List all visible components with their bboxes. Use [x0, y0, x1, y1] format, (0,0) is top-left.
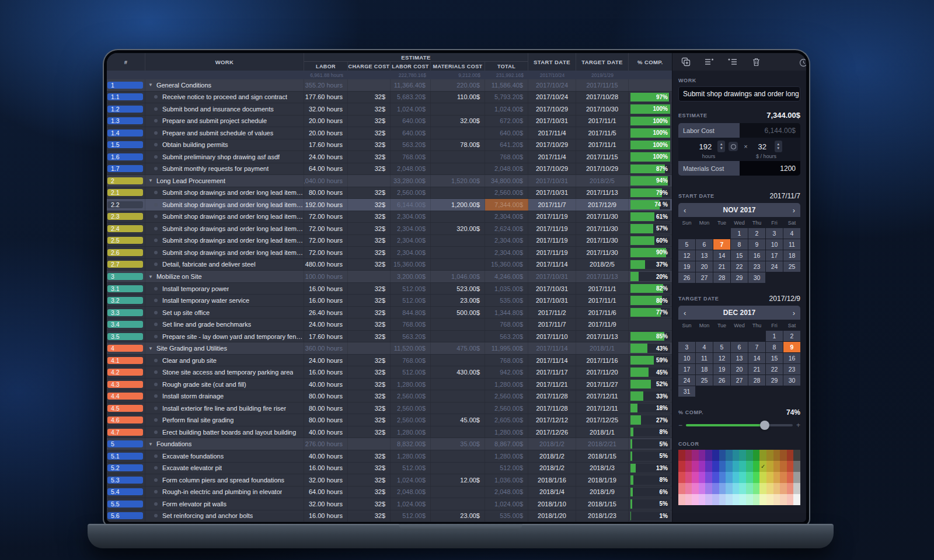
calendar-day[interactable]: 3 [678, 342, 695, 352]
color-swatch[interactable] [692, 461, 699, 472]
color-swatch[interactable] [705, 494, 712, 505]
column-header-work[interactable]: WORK [145, 53, 304, 71]
table-row[interactable]: 2.7Detail, fabricate and deliver steel48… [107, 259, 672, 271]
color-swatch[interactable] [746, 494, 753, 505]
calendar-day[interactable]: 29 [766, 375, 783, 386]
calendar-day[interactable]: 29 [731, 272, 748, 283]
table-row[interactable]: 2.4Submit shop drawings and order long l… [107, 223, 672, 235]
color-swatch[interactable] [678, 461, 685, 472]
table-row[interactable]: 4.2Stone site access and temporary parki… [107, 366, 672, 379]
column-header-materials-cost[interactable]: MATERIALS COST [431, 62, 485, 71]
slider-plus-button[interactable]: + [796, 421, 800, 429]
rate-stepper[interactable]: ▲▼ [775, 141, 782, 152]
calendar-day[interactable]: 14 [713, 250, 730, 261]
column-header-labor-cost[interactable]: LABOR COST [391, 62, 431, 71]
calendar-day[interactable]: 20 [731, 364, 748, 374]
calendar-day[interactable]: 13 [731, 353, 748, 363]
column-header-pct-comp[interactable]: % COMP. [629, 53, 672, 71]
calendar-day[interactable]: 2 [748, 228, 765, 239]
color-swatch[interactable] [793, 450, 800, 461]
table-row[interactable]: 4.7Erect building batter boards and layo… [107, 426, 672, 439]
materials-cost-input[interactable]: 1200 [740, 161, 801, 176]
calendar-day[interactable]: 21 [713, 261, 730, 272]
color-swatch[interactable] [759, 483, 766, 494]
color-swatch[interactable] [759, 472, 766, 483]
color-swatch[interactable] [753, 472, 760, 483]
color-swatch[interactable] [773, 461, 780, 472]
calendar-day[interactable]: 19 [678, 261, 695, 272]
calendar-day[interactable]: 19 [713, 364, 730, 374]
table-row[interactable]: 3.1Install temporary power16.00 hours32$… [107, 283, 672, 295]
table-row[interactable]: 1.5Obtain building permits17.60 hours32$… [107, 139, 672, 152]
calendar-day[interactable]: 9 [748, 239, 765, 250]
table-row[interactable]: 3.4Set line and grade benchmarks24.00 ho… [107, 318, 672, 331]
color-swatch[interactable] [705, 472, 712, 483]
calendar-day[interactable]: 17 [766, 250, 783, 261]
table-row[interactable]: 4.1Clear and grub site24.00 hours32$768.… [107, 355, 672, 367]
table-row[interactable]: 3▼Mobilize on Site100.00 hours3,200.00$1… [107, 271, 672, 283]
column-header-target-date[interactable]: TARGET DATE [576, 53, 629, 71]
calendar-day[interactable]: 26 [713, 375, 730, 386]
calendar-day[interactable]: 15 [731, 250, 748, 261]
calendar-day[interactable]: 23 [748, 261, 765, 272]
calendar-day[interactable]: 4 [783, 228, 800, 239]
calendar-day[interactable]: 8 [766, 342, 783, 352]
column-header-charge-cost[interactable]: CHARGE COST [348, 62, 391, 71]
color-swatch[interactable] [787, 461, 794, 472]
color-swatch[interactable] [685, 461, 692, 472]
calendar-day[interactable]: 22 [731, 261, 748, 272]
calendar-day[interactable]: 30 [748, 272, 765, 283]
color-swatch[interactable] [739, 461, 746, 472]
calendar-day[interactable]: 23 [783, 364, 800, 374]
color-swatch[interactable] [780, 461, 787, 472]
table-row[interactable]: 4.3Rough grade site (cut and fill)40.00 … [107, 379, 672, 391]
color-swatch[interactable] [726, 450, 733, 461]
calendar-day[interactable]: 10 [678, 353, 695, 363]
prev-month-icon[interactable]: ‹ [684, 206, 686, 215]
color-swatch[interactable] [739, 450, 746, 461]
table-row[interactable]: 2▼Long Lead Procurement1,040.00 hours33,… [107, 175, 672, 187]
rate-value[interactable]: 32 [754, 142, 771, 151]
color-swatch[interactable] [780, 450, 787, 461]
color-swatch[interactable] [733, 461, 740, 472]
color-swatch[interactable] [773, 472, 780, 483]
color-swatch[interactable] [685, 494, 692, 505]
color-swatch[interactable] [705, 450, 712, 461]
color-swatch[interactable] [678, 483, 685, 494]
color-swatch[interactable] [678, 472, 685, 483]
color-swatch[interactable] [793, 472, 800, 483]
calendar-day[interactable]: 15 [766, 353, 783, 363]
column-header-start-date[interactable]: START DATE [528, 53, 576, 71]
disclosure-triangle-icon[interactable]: ▼ [148, 274, 153, 279]
color-swatch[interactable] [793, 461, 800, 472]
calendar-day[interactable]: 6 [696, 239, 713, 250]
color-swatch[interactable] [753, 494, 760, 505]
calendar-day[interactable]: 8 [731, 239, 748, 250]
table-row[interactable]: 3.2Install temporary water service16.00 … [107, 295, 672, 307]
table-row[interactable]: 1.3Prepare and submit project schedule20… [107, 116, 672, 128]
color-swatch[interactable] [719, 450, 726, 461]
table-row[interactable]: 4.5Install exterior fire line and buildi… [107, 402, 672, 415]
color-swatch[interactable] [746, 450, 753, 461]
column-header-total[interactable]: TOTAL [485, 62, 528, 71]
color-swatch[interactable] [746, 461, 753, 472]
color-swatch[interactable] [712, 450, 719, 461]
trash-icon[interactable] [751, 57, 761, 67]
table-row[interactable]: 5.1Excavate foundations40.00 hours32$1,2… [107, 450, 672, 463]
calendar-day[interactable]: 5 [713, 342, 730, 352]
color-swatch[interactable] [733, 494, 740, 505]
color-swatch[interactable] [773, 450, 780, 461]
next-month-icon[interactable]: › [793, 309, 795, 317]
color-swatch[interactable] [705, 483, 712, 494]
color-swatch[interactable] [746, 483, 753, 494]
table-row[interactable]: 1.4Prepare and submit schedule of values… [107, 127, 672, 139]
calendar-day[interactable]: 11 [696, 353, 713, 363]
color-swatch[interactable] [773, 483, 780, 494]
color-swatch[interactable] [719, 483, 726, 494]
table-row[interactable]: 2.2Submit shop drawings and order long l… [107, 199, 672, 211]
color-swatch[interactable] [685, 472, 692, 483]
calendar-day[interactable]: 16 [783, 353, 800, 363]
color-swatch[interactable] [719, 494, 726, 505]
hours-stepper[interactable]: ▲▼ [717, 141, 725, 152]
calendar-day[interactable]: 21 [748, 364, 765, 374]
